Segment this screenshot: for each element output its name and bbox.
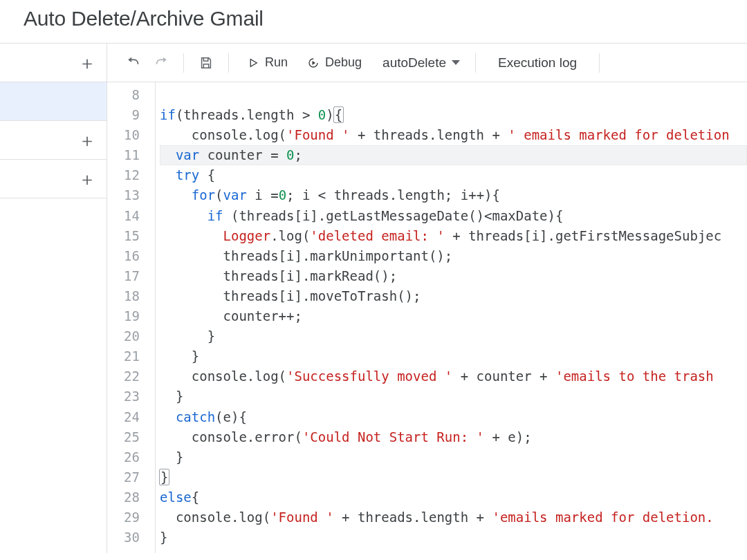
- code-line[interactable]: }: [160, 447, 747, 467]
- plus-icon: ＋: [78, 170, 96, 188]
- right-pane: Run Debug autoDelete Execution log 89101…: [107, 44, 747, 553]
- code-line[interactable]: else{: [160, 487, 747, 507]
- code-line[interactable]: for(var i =0; i < threads.length; i++){: [160, 185, 747, 205]
- run-label: Run: [265, 55, 288, 70]
- code-line[interactable]: }: [160, 386, 747, 407]
- line-number: 14: [107, 206, 140, 226]
- undo-button[interactable]: [121, 50, 146, 75]
- left-rail: ＋ ＋ ＋: [0, 44, 107, 553]
- line-number: 19: [107, 306, 140, 326]
- line-number: 15: [107, 226, 140, 246]
- code-line[interactable]: }: [160, 528, 747, 548]
- execution-log-button[interactable]: Execution log: [486, 50, 589, 75]
- code-line[interactable]: console.log('Successfully moved ' + coun…: [160, 366, 747, 386]
- code-line[interactable]: if(threads.length > 0){: [160, 105, 747, 125]
- code-line[interactable]: threads[i].moveToTrash();: [160, 286, 747, 306]
- debug-button[interactable]: Debug: [299, 50, 370, 75]
- play-icon: [247, 57, 259, 69]
- line-number: 22: [107, 366, 140, 386]
- line-number: 16: [107, 246, 140, 266]
- line-number: 9: [107, 105, 140, 125]
- line-number: 18: [107, 286, 140, 306]
- dropdown-icon: [452, 60, 460, 65]
- line-number: 8: [107, 85, 140, 105]
- code-area[interactable]: if(threads.length > 0){ console.log('Fou…: [156, 82, 747, 553]
- line-number: 29: [107, 507, 140, 528]
- divider: [228, 53, 229, 73]
- code-line[interactable]: Logger.log('deleted email: ' + threads[i…: [160, 226, 747, 246]
- line-number: 28: [107, 487, 140, 507]
- line-number: 27: [107, 467, 140, 487]
- rail-add-top[interactable]: ＋: [0, 44, 107, 82]
- code-editor[interactable]: 8910111213141516171819202122232425262728…: [107, 82, 747, 553]
- save-icon: [199, 55, 214, 71]
- rail-file-selected[interactable]: [0, 82, 107, 121]
- line-number: 25: [107, 427, 140, 447]
- code-line[interactable]: var counter = 0;: [160, 145, 747, 165]
- line-number: 13: [107, 185, 140, 205]
- line-number: 26: [107, 447, 140, 467]
- line-number: 20: [107, 326, 140, 346]
- line-number: 23: [107, 386, 140, 407]
- debug-icon: [307, 57, 320, 69]
- code-line[interactable]: catch(e){: [160, 407, 747, 427]
- plus-icon: ＋: [78, 54, 96, 72]
- rail-add-2[interactable]: ＋: [0, 160, 107, 198]
- redo-button[interactable]: [149, 50, 174, 75]
- line-number: 12: [107, 165, 140, 185]
- code-line[interactable]: }: [160, 467, 747, 487]
- code-line[interactable]: }: [160, 346, 747, 366]
- divider: [599, 53, 600, 73]
- code-line[interactable]: console.log('Found ' + threads.length + …: [160, 125, 747, 145]
- main-area: ＋ ＋ ＋ Run: [0, 44, 747, 553]
- code-line[interactable]: console.error('Could Not Start Run: ' + …: [160, 427, 747, 447]
- rail-add-1[interactable]: ＋: [0, 121, 107, 160]
- line-number: 21: [107, 346, 140, 366]
- line-number: 24: [107, 407, 140, 427]
- code-line[interactable]: threads[i].markRead();: [160, 266, 747, 286]
- code-line[interactable]: counter++;: [160, 306, 747, 326]
- line-number: 17: [107, 266, 140, 286]
- code-line[interactable]: if (threads[i].getLastMessageDate()<maxD…: [160, 206, 747, 226]
- plus-icon: ＋: [78, 131, 96, 149]
- redo-icon: [154, 55, 169, 71]
- execution-log-label: Execution log: [498, 55, 577, 71]
- undo-icon: [126, 55, 141, 71]
- code-line[interactable]: threads[i].markUnimportant();: [160, 246, 747, 266]
- function-selected-label: autoDelete: [382, 55, 446, 71]
- divider: [475, 53, 476, 73]
- action-bar: Run Debug autoDelete Execution log: [107, 44, 747, 82]
- line-number: 11: [107, 145, 140, 165]
- code-line[interactable]: }: [160, 326, 747, 346]
- line-gutter: 8910111213141516171819202122232425262728…: [107, 82, 156, 553]
- save-button[interactable]: [194, 50, 219, 75]
- function-select[interactable]: autoDelete: [373, 50, 465, 75]
- divider: [183, 53, 184, 73]
- code-line[interactable]: console.log('Found ' + threads.length + …: [160, 507, 747, 528]
- line-number: 30: [107, 528, 140, 548]
- run-button[interactable]: Run: [239, 50, 296, 75]
- code-line[interactable]: try {: [160, 165, 747, 185]
- code-line[interactable]: [160, 85, 747, 105]
- line-number: 10: [107, 125, 140, 145]
- debug-label: Debug: [325, 55, 362, 70]
- page-title: Auto Delete/Archive Gmail: [0, 0, 747, 44]
